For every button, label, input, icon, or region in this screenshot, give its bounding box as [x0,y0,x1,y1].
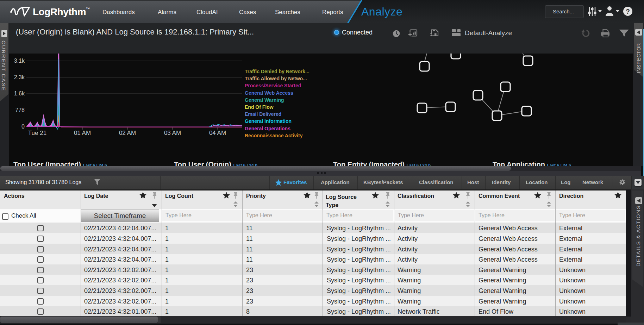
svg-text:?: ? [626,8,630,15]
